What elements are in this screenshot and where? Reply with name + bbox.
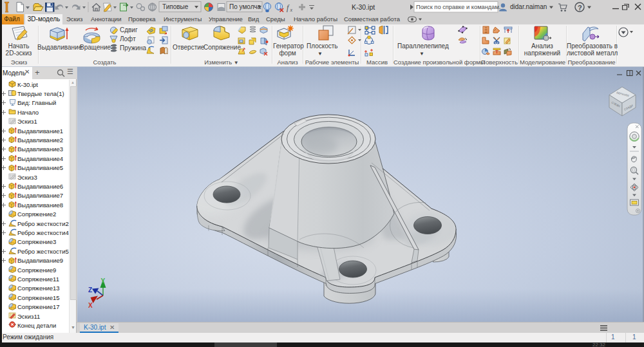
svg-text:?: ?: [578, 4, 582, 12]
svg-text:Типовые: Типовые: [162, 3, 189, 10]
svg-text:didar.naiman: didar.naiman: [510, 3, 547, 10]
svg-text:x: x: [290, 7, 293, 13]
svg-text:f: f: [287, 3, 290, 12]
svg-text:Поиск по справке и командам.: Поиск по справке и командам.: [416, 4, 500, 10]
svg-text:Y: Y: [101, 277, 106, 285]
svg-text:X: X: [88, 302, 93, 309]
svg-text:K-30.ipt: K-30.ipt: [352, 3, 375, 11]
svg-text:Z: Z: [88, 286, 92, 294]
svg-text:По умолча: По умолча: [229, 3, 261, 10]
